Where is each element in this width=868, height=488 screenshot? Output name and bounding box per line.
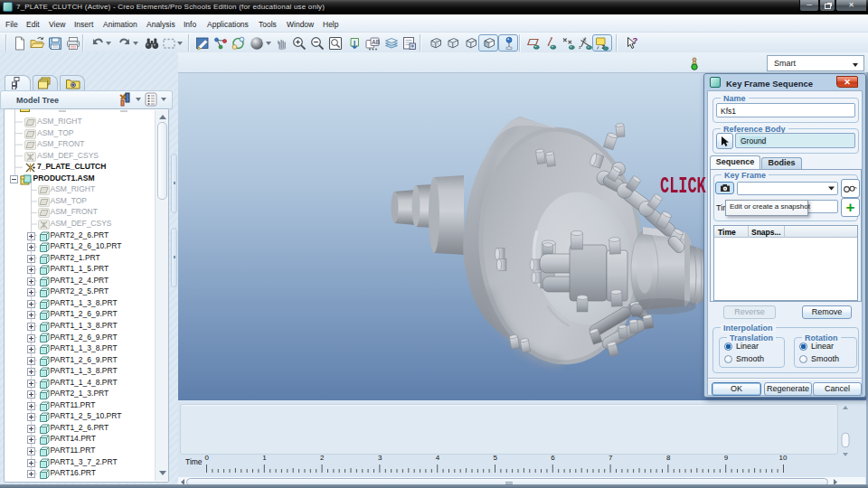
svg-text:3: 3 <box>378 454 382 462</box>
svg-text:6: 6 <box>551 454 555 462</box>
svg-text:2: 2 <box>320 454 325 462</box>
svg-text:4: 4 <box>436 454 440 462</box>
svg-text:z: z <box>579 44 581 50</box>
svg-text:5: 5 <box>494 454 498 462</box>
svg-text:9: 9 <box>724 454 729 462</box>
svg-text:1: 1 <box>262 454 267 462</box>
svg-text:AB: AB <box>372 39 380 45</box>
svg-text:7: 7 <box>609 454 613 462</box>
svg-text:0: 0 <box>205 454 210 462</box>
svg-text:?: ? <box>633 35 638 45</box>
svg-text:10: 10 <box>779 454 788 462</box>
svg-text:8: 8 <box>666 454 671 462</box>
